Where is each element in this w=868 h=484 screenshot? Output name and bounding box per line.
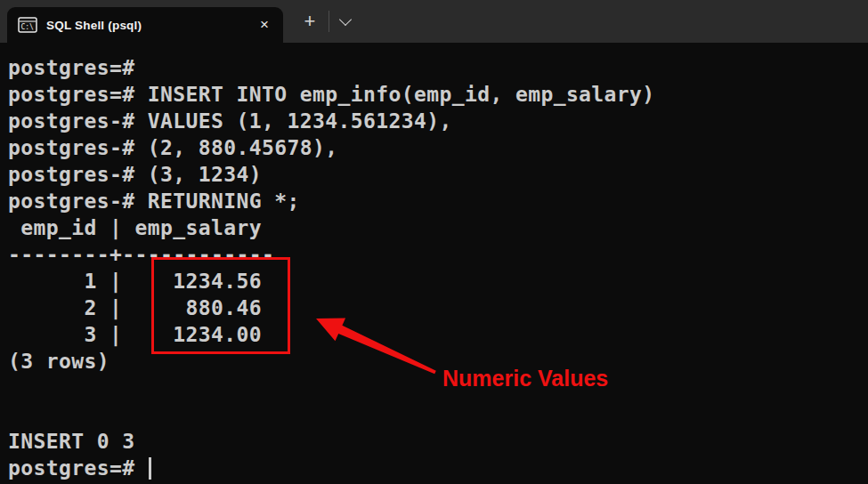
tab-title: SQL Shell (psql)	[46, 19, 142, 32]
new-tab-button[interactable]: +	[296, 0, 323, 43]
terminal-line: 3 | 1234.00	[8, 321, 868, 348]
terminal-output[interactable]: postgres=#postgres=# INSERT INTO emp_inf…	[0, 43, 868, 484]
chevron-down-icon	[339, 12, 352, 25]
terminal-line: 1 | 1234.56	[8, 268, 868, 294]
terminal-line	[8, 375, 868, 401]
terminal-line: postgres-# (3, 1234)	[8, 161, 868, 188]
command-prompt-icon: C:\	[18, 17, 37, 33]
text-cursor	[149, 457, 151, 480]
terminal-line: postgres-# VALUES (1, 1234.561234),	[8, 108, 868, 134]
terminal-line: postgres=#	[8, 455, 868, 481]
terminal-line: postgres=# INSERT INTO emp_info(emp_id, …	[8, 81, 868, 108]
terminal-line: emp_id | emp_salary	[8, 214, 868, 241]
tab-sql-shell[interactable]: C:\ SQL Shell (psql) ×	[7, 7, 283, 43]
close-tab-icon[interactable]: ×	[253, 13, 276, 36]
svg-text:C:\: C:\	[20, 23, 34, 31]
annotation-label: Numeric Values	[442, 366, 608, 391]
highlight-box	[151, 257, 290, 354]
terminal-line: 2 | 880.46	[8, 294, 868, 321]
tab-bar: C:\ SQL Shell (psql) × +	[0, 0, 868, 43]
terminal-line	[8, 401, 868, 428]
terminal-line: --------+------------	[8, 241, 868, 268]
terminal-line: postgres=#	[8, 54, 868, 81]
terminal-line: INSERT 0 3	[8, 428, 868, 455]
tab-dropdown-button[interactable]	[334, 0, 357, 43]
terminal-line: postgres-# RETURNING *;	[8, 188, 868, 214]
terminal-line: postgres-# (2, 880.45678),	[8, 134, 868, 161]
terminal-line: (3 rows)	[8, 348, 868, 375]
tab-bar-divider	[329, 11, 329, 32]
